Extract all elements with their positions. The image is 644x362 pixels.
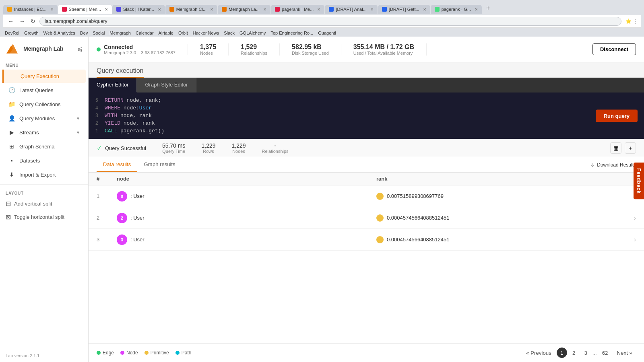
bookmark-item[interactable]: Slack: [224, 31, 235, 35]
browser-tab-t6[interactable]: pagerank | Me...✕: [271, 5, 324, 14]
rank-value: 0.00045745664088512451: [387, 215, 449, 221]
stat-disk-storage-used: 582.95 kBDisk Storage Used: [280, 43, 341, 56]
copy-button[interactable]: ▦: [610, 142, 621, 154]
data-tab-graph-results[interactable]: Graph results: [137, 157, 182, 172]
bookmark-item[interactable]: Airtable: [159, 31, 173, 35]
bookmark-item[interactable]: Social: [93, 31, 105, 35]
browser-tab-t2[interactable]: Streams | Men...✕: [58, 5, 112, 14]
legend-item-primitive: Primitive: [144, 350, 169, 356]
bookmark-item[interactable]: DevRel: [5, 31, 19, 35]
line-number: 1: [89, 128, 105, 134]
add-button[interactable]: +: [625, 142, 636, 154]
bookmark-item[interactable]: Hacker News: [193, 31, 219, 35]
sidebar-item-graph-schema[interactable]: ⊞Graph Schema: [2, 140, 86, 153]
legend-dot: [175, 351, 180, 355]
layout-item-toggle-horizontal-split[interactable]: ⊠Toggle horizontal split: [0, 210, 88, 224]
stat-nodes: 1,375Nodes: [188, 43, 229, 56]
sidebar-item-import-export[interactable]: ⬇Import & Export: [2, 168, 86, 181]
browser-tabs: Instances | EC...✕Streams | Men...✕Slack…: [3, 2, 641, 14]
rank-dot: [376, 214, 384, 222]
bookmark-item[interactable]: Web & Analytics: [43, 31, 75, 35]
relationships-metric: - Relationships: [262, 142, 289, 154]
nodes-label: Nodes: [232, 149, 245, 154]
bookmark-item[interactable]: Memgraph: [109, 31, 131, 35]
browser-tab-t8[interactable]: [DRAFT] Gett...✕: [378, 5, 430, 14]
bookmarks-bar: DevRelGrowthWeb & AnalyticsDevSocialMemg…: [3, 29, 641, 37]
line-content: WHERE node:User: [105, 105, 644, 111]
rank-dot: [376, 236, 384, 243]
sidebar-icon-graph-schema: ⊞: [8, 143, 15, 150]
query-status: ✓ Query Successful: [97, 144, 146, 152]
bookmark-item[interactable]: Calendar: [136, 31, 154, 35]
results-table: # node rank 1 0 : User 0.007515899308697…: [89, 173, 644, 343]
app-logo: Memgraph Lab: [6, 41, 64, 56]
sidebar-icon-streams: ▶: [8, 129, 15, 136]
address-bar[interactable]: [39, 17, 621, 26]
prev-page-button[interactable]: « Previous: [522, 348, 555, 358]
sidebar-item-query-modules[interactable]: 👤Query Modules▼: [2, 111, 86, 125]
page-button-2[interactable]: 2: [569, 348, 579, 358]
row-number: 3: [97, 237, 117, 243]
download-button[interactable]: ⇩ Download Results: [590, 162, 636, 168]
bookmark-item[interactable]: Top Engineering Ro...: [270, 31, 313, 35]
sidebar-item-query-execution[interactable]: Query Execution: [2, 70, 86, 83]
node-label: : User: [130, 237, 144, 243]
browser-extra-icons: ⭐ ⋮: [625, 19, 638, 24]
layout-label-toggle-horizontal-split: Toggle horizontal split: [14, 214, 64, 220]
sidebar-item-query-collections[interactable]: 📁Query Collections: [2, 97, 86, 111]
legend-label: Path: [182, 350, 192, 356]
rank-cell: 0.00045745664088512451 ›: [376, 214, 636, 222]
sidebar-icon-latest-queries: 🕐: [8, 87, 15, 93]
editor-tab-style[interactable]: Graph Style Editor: [137, 78, 196, 93]
disconnect-button[interactable]: Disconnect: [592, 43, 636, 55]
table-row[interactable]: 2 2 : User 0.00045745664088512451 ›: [89, 207, 644, 229]
feedback-tab[interactable]: Feedback: [634, 162, 644, 199]
line-number: 2: [89, 121, 105, 126]
forward-button[interactable]: →: [18, 17, 27, 25]
page-button-3[interactable]: 3: [580, 348, 590, 358]
sidebar-collapse-button[interactable]: ⫹: [78, 45, 83, 52]
bookmark-item[interactable]: Guagenti: [318, 31, 336, 35]
reload-button[interactable]: ↻: [29, 17, 37, 25]
layout-item-add-vertical-split[interactable]: ⊟Add vertical split: [0, 197, 88, 210]
rank-cell: 0.00045745664088512451 ›: [376, 236, 636, 243]
page-button-62[interactable]: 62: [599, 348, 612, 358]
code-line-2: 2YIELD node, rank: [89, 119, 644, 127]
editor-tab-cypher[interactable]: Cypher Editor: [89, 78, 137, 93]
sidebar-item-datasets[interactable]: ▪Datasets: [2, 154, 86, 167]
browser-tab-t7[interactable]: [DRAFT] Anal...✕: [325, 5, 377, 14]
bookmark-item[interactable]: Dev: [80, 31, 88, 35]
sidebar-item-latest-queries[interactable]: 🕐Latest Queries: [2, 83, 86, 97]
browser-tab-t1[interactable]: Instances | EC...✕: [3, 5, 58, 14]
query-time-metric: 55.70 ms Query Time: [162, 142, 186, 154]
browser-tab-t3[interactable]: Slack | ! Katar...✕: [112, 5, 165, 14]
new-tab-button[interactable]: +: [482, 2, 494, 14]
sidebar-label-query-execution: Query Execution: [21, 73, 80, 79]
code-editor[interactable]: 5RETURN node, rank;4WHERE node:User3WITH…: [89, 93, 644, 139]
browser-tab-t4[interactable]: Memgraph Cl...✕: [165, 5, 217, 14]
bookmark-item[interactable]: Growth: [24, 31, 38, 35]
run-query-button[interactable]: Run query: [596, 109, 638, 122]
line-number: 4: [89, 105, 105, 111]
table-row[interactable]: 1 0 : User 0.007515899308697769 ›: [89, 185, 644, 207]
node-badge: 3: [117, 234, 127, 245]
bookmark-item[interactable]: Orbit: [178, 31, 188, 35]
browser-tab-t9[interactable]: pagerank - G...✕: [431, 5, 482, 14]
line-content: YIELD node, rank: [105, 120, 644, 126]
browser-tab-t5[interactable]: Memgraph La...✕: [218, 5, 270, 14]
download-icon: ⇩: [590, 162, 594, 168]
page-content: Query execution Cypher EditorGraph Style…: [89, 62, 644, 362]
sidebar-arrow-query-modules: ▼: [76, 116, 80, 121]
layout-icon-add-vertical-split: ⊟: [6, 200, 11, 208]
next-page-button[interactable]: Next »: [613, 348, 636, 358]
bookmark-item[interactable]: GQLAlchemy: [239, 31, 266, 35]
sidebar-icon-import-export: ⬇: [8, 171, 15, 178]
status-indicator: [97, 47, 101, 51]
layout-label-add-vertical-split: Add vertical split: [14, 201, 52, 207]
table-row[interactable]: 3 3 : User 0.00045745664088512451 ›: [89, 229, 644, 251]
sidebar-item-streams[interactable]: ▶Streams▼: [2, 125, 86, 139]
node-label: : User: [130, 215, 144, 221]
back-button[interactable]: ←: [6, 17, 15, 25]
data-tab-data-results[interactable]: Data results: [97, 157, 137, 172]
page-button-1[interactable]: 1: [557, 348, 567, 358]
